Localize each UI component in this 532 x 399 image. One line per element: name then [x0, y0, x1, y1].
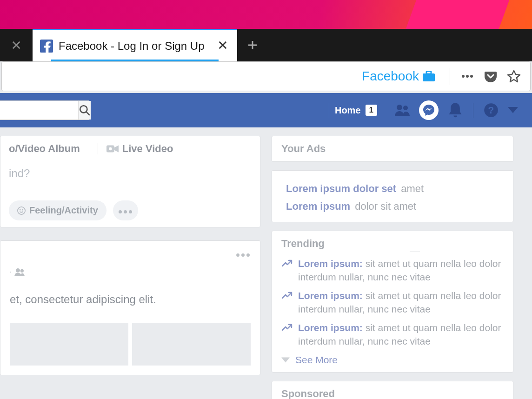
sponsored-card: Sponsored	[272, 381, 513, 399]
svg-point-5	[470, 75, 473, 78]
trending-item[interactable]: Lorem ipsum: sit amet ut quam nella leo …	[281, 289, 504, 316]
composer-more-chip[interactable]	[113, 200, 138, 220]
tab-loading-bar	[51, 60, 219, 61]
theme-banner	[0, 0, 532, 29]
svg-point-13	[18, 206, 25, 214]
close-icon	[218, 40, 228, 50]
active-browser-tab[interactable]: Facebook - Log In or Sign Up	[33, 29, 237, 61]
svg-text:?: ?	[488, 105, 494, 115]
svg-rect-1	[423, 73, 435, 81]
caret-down-icon	[281, 357, 290, 363]
svg-rect-2	[426, 71, 431, 74]
image-placeholder[interactable]	[132, 323, 251, 366]
home-link[interactable]: Home	[335, 105, 361, 116]
trending-item[interactable]: Lorem ipsum: sit amet ut quam nella leo …	[281, 257, 504, 284]
tab-close-button[interactable]	[218, 40, 228, 52]
container-icon	[423, 71, 435, 81]
ad-item[interactable]: Lorem ipsum dolor set amet	[286, 183, 499, 195]
your-ads-card: Your Ads	[272, 136, 513, 162]
help-icon: ?	[484, 103, 499, 118]
trending-up-icon	[281, 291, 293, 299]
site-identity-label: Facebook	[362, 69, 419, 84]
card-title: Your Ads	[281, 143, 504, 155]
svg-point-6	[80, 106, 87, 113]
search-input[interactable]	[0, 101, 78, 120]
svg-point-3	[462, 75, 465, 78]
new-tab-button[interactable]	[241, 29, 264, 61]
post-text: et, consectetur adipiscing elit.	[10, 293, 251, 306]
previous-tab-close[interactable]	[0, 29, 33, 61]
address-bar[interactable]: Facebook	[1, 61, 531, 91]
header-separator	[329, 103, 329, 118]
page-actions-button[interactable]	[460, 69, 474, 83]
facebook-search	[0, 100, 90, 120]
star-icon	[507, 69, 521, 83]
friends-icon	[395, 104, 410, 116]
svg-point-4	[466, 75, 469, 78]
svg-point-17	[20, 269, 24, 273]
image-placeholder[interactable]	[10, 323, 128, 366]
meatballs-icon	[460, 69, 474, 83]
ads-list-card: Lorem ipsum dolor set amet Lorem ipsum d…	[272, 170, 513, 222]
card-title: Trending	[281, 238, 504, 250]
post-options-button[interactable]	[235, 250, 251, 259]
bookmark-star-button[interactable]	[507, 69, 521, 83]
trending-item[interactable]: Lorem ipsum: sit amet ut quam nella leo …	[281, 321, 504, 348]
composer-photo-album[interactable]: o/Video Album	[9, 143, 80, 155]
header-separator	[473, 103, 473, 118]
messenger-icon	[423, 104, 435, 116]
card-title: Sponsored	[281, 388, 504, 399]
svg-point-16	[16, 268, 20, 273]
account-menu-button[interactable]	[508, 103, 518, 118]
svg-point-7	[397, 105, 402, 110]
search-button[interactable]	[78, 101, 91, 120]
close-icon	[11, 40, 21, 50]
smiley-icon	[17, 206, 26, 215]
feed-post: · et, consectetur adipiscing elit.	[0, 240, 260, 375]
svg-point-8	[403, 106, 408, 110]
messenger-button[interactable]	[419, 100, 439, 120]
pocket-icon	[484, 69, 498, 83]
caret-down-icon	[508, 107, 518, 113]
trending-card: Trending Lorem ipsum: sit amet ut quam n…	[272, 231, 513, 372]
svg-point-14	[20, 209, 21, 210]
trending-up-icon	[281, 259, 293, 267]
svg-point-15	[22, 209, 23, 210]
notifications-button[interactable]	[448, 103, 463, 118]
audience-icon	[14, 268, 25, 276]
home-badge: 1	[366, 105, 377, 116]
ad-item[interactable]: Lorem ipsum dolor sit amet	[286, 200, 499, 213]
video-camera-icon	[106, 144, 119, 153]
see-more-link[interactable]: See More	[281, 354, 504, 366]
browser-tab-strip: Facebook - Log In or Sign Up	[0, 29, 532, 61]
toolbar-separator	[450, 68, 450, 85]
svg-point-12	[109, 147, 112, 151]
facebook-favicon-icon	[40, 40, 53, 53]
trending-up-icon	[281, 323, 293, 332]
meatballs-icon	[118, 205, 133, 216]
bell-icon	[448, 102, 463, 119]
tab-title: Facebook - Log In or Sign Up	[59, 40, 208, 53]
post-attachments	[10, 323, 251, 366]
facebook-header: Home 1 ?	[0, 93, 532, 127]
search-icon	[79, 104, 91, 116]
feeling-activity-chip[interactable]: Feeling/Activity	[9, 200, 106, 220]
pocket-button[interactable]	[484, 69, 498, 83]
help-button[interactable]: ?	[484, 103, 499, 118]
composer-prompt[interactable]: ind?	[9, 167, 252, 180]
post-composer: o/Video Album Live Video ind? Feeling/Ac…	[0, 136, 260, 227]
plus-icon	[247, 40, 258, 51]
composer-live-video[interactable]: Live Video	[106, 143, 173, 155]
friend-requests-button[interactable]	[395, 103, 410, 118]
